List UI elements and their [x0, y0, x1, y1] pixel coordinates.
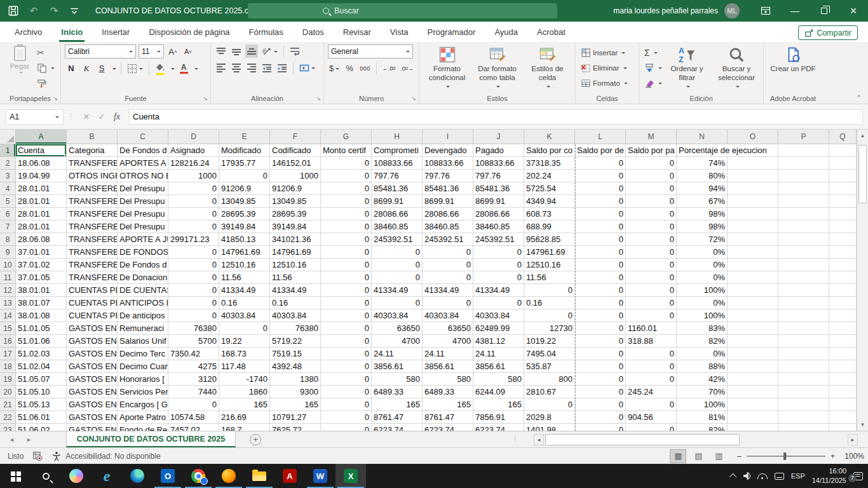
cell-D2[interactable]: 128216.24: [168, 157, 219, 170]
cell-O6[interactable]: [728, 208, 778, 220]
cell-E5[interactable]: 13049.85: [219, 195, 270, 208]
cell-P13[interactable]: [778, 297, 829, 309]
cell-A5[interactable]: 28.01.01: [16, 195, 67, 208]
cell-H14[interactable]: 40303.84: [372, 309, 423, 322]
column-header-D[interactable]: D: [168, 130, 219, 144]
cell-I14[interactable]: 40303.84: [423, 309, 473, 322]
new-sheet-button[interactable]: +: [250, 434, 261, 445]
row-header-9[interactable]: 9: [0, 246, 16, 259]
conditional-formatting-button[interactable]: Formato condicional: [423, 44, 471, 88]
cell-G19[interactable]: 0: [321, 373, 372, 386]
cell-G12[interactable]: 0: [321, 284, 372, 297]
cell-D1[interactable]: Asignado: [168, 144, 219, 157]
macro-record-icon[interactable]: [32, 451, 43, 461]
cell-P10[interactable]: [778, 259, 829, 271]
cell-Q20[interactable]: [829, 386, 857, 398]
cell-K15[interactable]: 12730: [524, 322, 575, 335]
cell-C12[interactable]: DE CUENTAS: [118, 284, 168, 297]
word-taskbar-icon[interactable]: W: [305, 464, 336, 488]
cell-M20[interactable]: 245.24: [626, 386, 677, 398]
borders-button[interactable]: [126, 62, 144, 75]
create-pdf-button[interactable]: Crear un PDF: [768, 44, 818, 74]
cell-L21[interactable]: 0: [575, 398, 626, 411]
redo-icon[interactable]: ↷: [48, 5, 60, 17]
cell-H9[interactable]: 0: [372, 246, 423, 259]
cell-H23[interactable]: 6223.74: [372, 424, 423, 431]
cell-C23[interactable]: Fondo de Re: [118, 424, 168, 431]
underline-caret[interactable]: [112, 68, 116, 72]
shrink-font-button[interactable]: A˅: [182, 45, 194, 58]
cell-N12[interactable]: 100%: [677, 284, 728, 297]
cell-K14[interactable]: 0: [524, 309, 575, 322]
cell-F11[interactable]: 11.56: [270, 271, 321, 284]
cell-Q11[interactable]: [829, 271, 857, 284]
cell-P16[interactable]: [778, 335, 829, 348]
cell-G13[interactable]: 0: [321, 297, 372, 309]
volume-icon[interactable]: [743, 472, 750, 480]
cell-E16[interactable]: 19.22: [219, 335, 270, 348]
cell-B18[interactable]: GASTOS EN F: [67, 360, 118, 373]
wrap-text-button[interactable]: [288, 44, 301, 58]
cell-H22[interactable]: 8761.47: [372, 411, 423, 424]
cell-O22[interactable]: [728, 411, 778, 424]
cell-E12[interactable]: 41334.49: [219, 284, 270, 297]
cell-E15[interactable]: 0: [219, 322, 270, 335]
cell-K13[interactable]: 0.16: [524, 297, 575, 309]
zoom-slider-thumb[interactable]: [783, 452, 786, 460]
cell-O4[interactable]: [728, 182, 778, 195]
cell-H18[interactable]: 3856.61: [372, 360, 423, 373]
delete-cells-button[interactable]: Eliminar: [580, 61, 629, 75]
column-header-G[interactable]: G: [321, 130, 372, 144]
comma-style-button[interactable]: 000: [358, 62, 372, 75]
cell-I20[interactable]: 6489.33: [423, 386, 473, 398]
cell-C18[interactable]: Decimo Cuar: [118, 360, 168, 373]
cell-J17[interactable]: 24.11: [473, 348, 524, 360]
cell-L11[interactable]: 0: [575, 271, 626, 284]
cell-F5[interactable]: 13049.85: [270, 195, 321, 208]
outlook-taskbar-icon[interactable]: O: [153, 464, 183, 488]
cell-Q3[interactable]: [829, 170, 857, 182]
cell-J13[interactable]: 0: [473, 297, 524, 309]
zoom-slider[interactable]: [747, 456, 825, 457]
minimize-button[interactable]: —: [780, 0, 810, 22]
wifi-icon[interactable]: [757, 473, 768, 479]
cell-I17[interactable]: 24.11: [423, 348, 473, 360]
cell-Q13[interactable]: [829, 297, 857, 309]
ribbon-tab-disposición-de-página[interactable]: Disposición de página: [139, 22, 239, 42]
cell-A16[interactable]: 51.01.06: [16, 335, 67, 348]
cell-O12[interactable]: [728, 284, 778, 297]
row-header-20[interactable]: 20: [0, 386, 16, 398]
cell-E1[interactable]: Modificado: [219, 144, 270, 157]
cell-E8[interactable]: 41850.13: [219, 233, 270, 246]
cell-C5[interactable]: Del Presupu: [118, 195, 168, 208]
cell-M8[interactable]: 0: [626, 233, 677, 246]
cell-G11[interactable]: 0: [321, 271, 372, 284]
cell-A19[interactable]: 51.05.07: [16, 373, 67, 386]
cell-K17[interactable]: 7495.04: [524, 348, 575, 360]
search-box[interactable]: Buscar: [248, 3, 557, 18]
edge-taskbar-icon[interactable]: [122, 464, 153, 488]
cell-J16[interactable]: 4381.12: [473, 335, 524, 348]
cell-I19[interactable]: 580: [423, 373, 473, 386]
cell-N6[interactable]: 98%: [677, 208, 728, 220]
cell-L22[interactable]: 0: [575, 411, 626, 424]
cell-H12[interactable]: 41334.49: [372, 284, 423, 297]
accessibility-status[interactable]: Accesibilidad: No disponible: [65, 452, 160, 461]
cell-F2[interactable]: 146152.01: [270, 157, 321, 170]
decrease-indent-button[interactable]: [261, 61, 273, 74]
cell-G16[interactable]: 0: [321, 335, 372, 348]
align-bottom-button[interactable]: [245, 44, 258, 58]
cell-B10[interactable]: TRANSFEREN: [67, 259, 118, 271]
column-header-M[interactable]: M: [626, 130, 677, 144]
underline-button[interactable]: S: [95, 62, 108, 75]
row-header-13[interactable]: 13: [0, 297, 16, 309]
cell-G22[interactable]: 0: [321, 411, 372, 424]
name-box[interactable]: A1: [5, 109, 64, 125]
share-button[interactable]: Compartir: [798, 25, 858, 40]
cell-D14[interactable]: 0: [168, 309, 219, 322]
cell-K5[interactable]: 4349.94: [524, 195, 575, 208]
font-color-button[interactable]: A: [177, 62, 190, 75]
cell-E14[interactable]: 40303.84: [219, 309, 270, 322]
cell-O3[interactable]: [728, 170, 778, 182]
notification-center-icon[interactable]: 7: [853, 472, 863, 480]
